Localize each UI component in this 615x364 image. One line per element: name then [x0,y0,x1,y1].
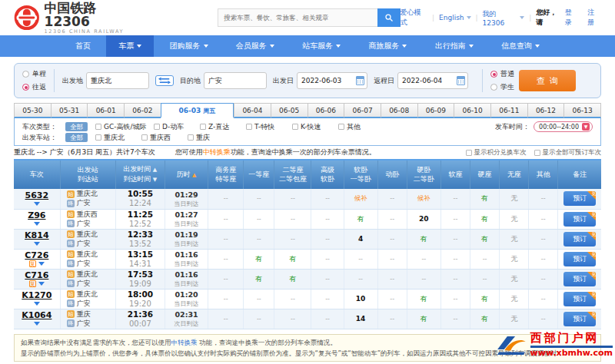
date-tab-06-03[interactable]: 06-03周五 [161,103,234,118]
col-header-出发时间[interactable]: 出发时间 ▲到达时间 ▼ [115,160,165,189]
seat-availability-cell[interactable]: 有 [274,269,311,289]
date-tab-06-01[interactable]: 06-01 [87,103,124,118]
date-tab-06-08[interactable]: 06-08 [381,103,417,118]
filter-option-其他[interactable]: 其他 [338,122,384,132]
book-button[interactable]: 预订兑 [563,232,596,247]
sort-desc-icon[interactable]: ▼ [151,177,158,183]
seat-availability-cell[interactable]: 4 [344,229,377,249]
student-passenger-radio[interactable]: 学生 [490,82,514,92]
nav-item-团购服务[interactable]: 团购服务 [158,35,221,57]
date-tab-05-30[interactable]: 05-30 [14,103,51,118]
col-header-动卧[interactable]: 动卧 [377,160,407,189]
depart-time-select[interactable]: 00:00--24:00 ▼ [534,121,593,132]
book-button[interactable]: 预订兑 [563,191,596,206]
seat-availability-cell[interactable]: 有 [244,269,274,289]
col-header-二等座[interactable]: 二等座二等包座 [274,160,311,189]
date-tab-06-09[interactable]: 06-09 [417,103,454,118]
date-tab-06-13[interactable]: 06-13 [563,103,601,118]
seat-availability-cell[interactable]: 有 [407,309,440,329]
col-header-一等座[interactable]: 一等座 [244,160,274,189]
book-button[interactable]: 预订兑 [563,272,596,286]
col-header-历时[interactable]: 历时 ▲ [165,160,208,189]
col-header-软座[interactable]: 软座 [440,160,470,189]
depart-station-all-chip[interactable]: 全部 [65,133,88,142]
seat-availability-cell[interactable]: 有 [470,289,499,309]
seat-availability-cell[interactable]: 有 [470,229,499,249]
train-number-link[interactable]: C716 [14,270,60,280]
filter-option-K-快速[interactable]: K-快速 [292,122,338,132]
round-trip-radio[interactable]: 往返 [22,82,46,92]
query-button[interactable]: 查询 [519,70,576,91]
book-button[interactable]: 预订兑 [563,292,596,306]
logo[interactable]: 中国铁路12306 12306 CHINA RAILWAY [14,1,141,35]
col-header-商务座[interactable]: 商务座特等座 [208,160,244,189]
nav-item-商旅服务[interactable]: 商旅服务 [356,35,419,57]
filter-option-重庆西[interactable]: 重庆西 [141,133,188,143]
expand-train-icon[interactable] [38,282,45,286]
seat-availability-cell[interactable]: 10 [344,289,377,309]
date-tab-06-11[interactable]: 06-11 [490,103,527,118]
filter-option-重庆北[interactable]: 重庆北 [95,133,141,143]
nav-item-站车服务[interactable]: 站车服务 [290,35,353,57]
date-tab-06-12[interactable]: 06-12 [527,103,564,118]
date-tab-06-07[interactable]: 06-07 [344,103,381,118]
seat-availability-cell[interactable]: 有 [470,189,499,209]
my12306-link[interactable]: 我的12306 [483,9,525,27]
seat-availability-cell[interactable]: 有 [407,229,440,249]
book-button[interactable]: 预订兑 [563,212,596,227]
book-button[interactable]: 预订兑 [563,252,596,266]
language-link[interactable]: English [439,14,471,22]
swap-stations-button[interactable] [155,75,174,86]
expand-train-icon[interactable] [34,202,40,206]
calendar-icon[interactable] [457,76,465,85]
seat-availability-cell[interactable]: 有 [344,209,377,229]
sort-asc-icon[interactable]: ▲ [151,167,158,173]
col-header-硬座[interactable]: 硬座 [470,160,499,189]
seat-availability-cell[interactable]: 20 [407,209,440,229]
train-number-link[interactable]: K1270 [14,290,60,300]
date-tab-06-04[interactable]: 06-04 [234,103,271,118]
col-header-硬卧[interactable]: 硬卧二等卧 [407,160,440,189]
col-header-出发站[interactable]: 出发站到达站 [60,160,115,189]
date-tab-05-31[interactable]: 05-31 [51,103,88,118]
show-all-bookable-checkbox[interactable]: 显示全部可预订车次 [534,148,602,157]
nav-item-车票[interactable]: 车票 [106,35,154,57]
expand-train-icon[interactable] [34,302,40,306]
chevron-down-icon[interactable]: ▼ [582,123,590,131]
seat-availability-cell[interactable]: 有 [274,249,311,269]
seat-availability-cell[interactable]: 候补 [344,189,377,209]
from-station-input[interactable] [86,72,149,89]
filter-option-GC-高铁/城际[interactable]: GC-高铁/城际 [95,122,154,132]
date-tab-06-10[interactable]: 06-10 [454,103,490,118]
search-input[interactable] [218,8,377,27]
book-button[interactable]: 预订兑 [563,312,596,326]
seat-availability-cell[interactable]: 有 [470,309,499,329]
transfer-link[interactable]: 中转换乘 [203,148,231,156]
col-header-备注[interactable]: 备注 [558,160,601,189]
expand-train-icon[interactable] [34,322,40,326]
train-number-link[interactable]: Z96 [14,210,60,220]
date-tab-06-02[interactable]: 06-02 [124,103,161,118]
filter-option-重庆[interactable]: 重庆 [188,133,234,143]
train-type-all-chip[interactable]: 全部 [65,122,88,131]
col-header-车次[interactable]: 车次 [14,160,60,189]
show-points-trains-checkbox[interactable]: 显示积分兑换车次 [466,148,527,157]
register-link[interactable]: 注册 [587,8,601,28]
nav-item-会员服务[interactable]: 会员服务 [224,35,287,57]
expand-train-icon[interactable] [38,262,45,266]
seat-availability-cell[interactable]: 有 [470,209,499,229]
care-mode-link[interactable]: 爱心模式 [401,8,427,28]
login-link[interactable]: 登录 [565,8,579,28]
filter-option-D-动车[interactable]: D-动车 [154,122,200,132]
train-number-link[interactable]: C726 [14,250,60,260]
nav-item-首页[interactable]: 首页 [63,35,103,57]
filter-option-Z-直达[interactable]: Z-直达 [200,122,246,132]
seat-availability-cell[interactable]: 有 [244,249,274,269]
nav-item-出行指南[interactable]: 出行指南 [423,35,486,57]
search-button[interactable] [377,8,401,27]
col-header-无座[interactable]: 无座 [500,160,529,189]
nav-item-信息查询[interactable]: 信息查询 [489,35,552,57]
date-tab-06-05[interactable]: 06-05 [271,103,308,118]
to-station-input[interactable] [204,72,267,89]
filter-option-T-特快[interactable]: T-特快 [246,122,292,132]
